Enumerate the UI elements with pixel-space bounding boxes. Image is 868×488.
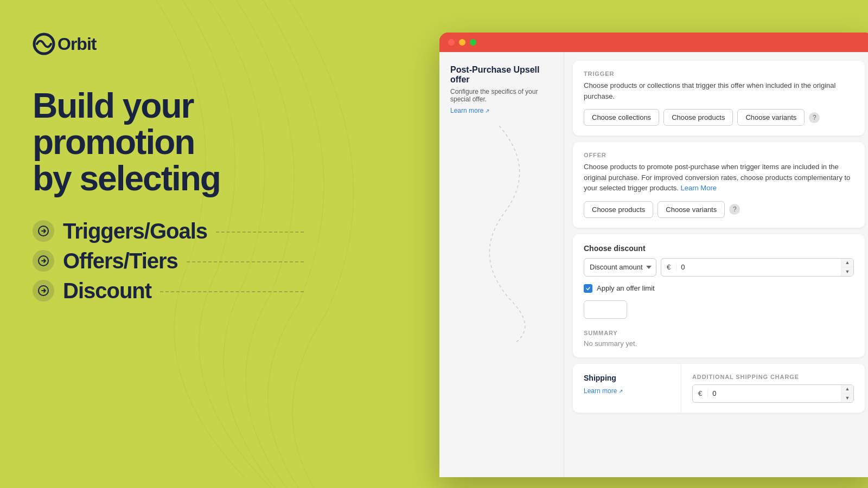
close-button[interactable]: [448, 39, 455, 46]
browser-window: Post-Purchase Upsell offer Configure the…: [439, 33, 868, 477]
offer-choose-variants-button[interactable]: Choose variants: [658, 201, 725, 218]
discount-amount-input[interactable]: [676, 259, 841, 275]
feature-dots-offers: [187, 261, 304, 262]
shipping-decrement-button[interactable]: ▼: [841, 394, 853, 402]
browser-content: Post-Purchase Upsell offer Configure the…: [439, 52, 868, 477]
arrow-icon-discount: [33, 280, 54, 301]
offer-description: Choose products to promote post-purchase…: [584, 162, 854, 194]
trigger-button-row: Choose collections Choose products Choos…: [584, 109, 854, 126]
discount-type-select[interactable]: Discount amount: [584, 258, 656, 277]
shipping-amount-wrap: € ▲ ▼: [692, 384, 854, 403]
choose-variants-button[interactable]: Choose variants: [737, 109, 805, 126]
currency-symbol: €: [661, 263, 676, 271]
choose-collections-button[interactable]: Choose collections: [584, 109, 659, 126]
discount-spinner: ▲ ▼: [841, 259, 853, 276]
offer-limit-input-wrap: ▲ ▼: [584, 300, 627, 319]
feature-label-discount: Discount: [63, 279, 151, 303]
offer-limit-label: Apply an offer limit: [597, 284, 655, 292]
list-item: Triggers/Goals: [33, 219, 304, 243]
offer-help-icon[interactable]: ?: [729, 204, 740, 215]
headline: Build your promotion by selecting: [33, 88, 304, 197]
feature-list: Triggers/Goals Offers/Tiers Discount: [33, 219, 304, 303]
sidebar-learn-more-link[interactable]: Learn more: [450, 107, 489, 114]
sidebar-title: Post-Purchase Upsell offer: [450, 65, 553, 85]
logo: Orbit: [33, 33, 304, 55]
shipping-spinner: ▲ ▼: [841, 385, 853, 402]
choose-products-button[interactable]: Choose products: [663, 109, 733, 126]
shipping-right: Additional shipping charge € ▲ ▼: [681, 364, 865, 413]
discount-decrement-button[interactable]: ▼: [841, 267, 853, 276]
browser-main: TRIGGER Choose products or collections t…: [564, 52, 868, 477]
trigger-description: Choose products or collections that trig…: [584, 80, 854, 101]
offer-section-label: OFFER: [584, 152, 854, 158]
feature-label-offers: Offers/Tiers: [63, 249, 178, 273]
offer-learn-more-link[interactable]: Learn More: [681, 184, 717, 192]
feature-label-triggers: Triggers/Goals: [63, 219, 207, 243]
arrow-icon-triggers: [33, 220, 54, 242]
shipping-increment-button[interactable]: ▲: [841, 385, 853, 394]
trigger-section-label: TRIGGER: [584, 70, 854, 77]
offer-limit-checkbox[interactable]: [584, 284, 592, 293]
trigger-help-icon[interactable]: ?: [809, 112, 820, 123]
shipping-amount-input[interactable]: [708, 386, 841, 401]
list-item: Offers/Tiers: [33, 249, 304, 273]
shipping-card: Shipping Learn more Additional shipping …: [573, 364, 865, 413]
offer-choose-products-button[interactable]: Choose products: [584, 201, 653, 218]
shipping-charge-label: Additional shipping charge: [692, 374, 854, 380]
discount-amount-wrap: € ▲ ▼: [661, 258, 854, 277]
discount-increment-button[interactable]: ▲: [841, 259, 853, 267]
offer-limit-checkbox-row: Apply an offer limit: [584, 284, 854, 293]
logo-text: Orbit: [58, 34, 96, 54]
arrow-icon-offers: [33, 250, 54, 272]
feature-dots-discount: [160, 291, 304, 292]
summary-label: SUMMARY: [584, 330, 854, 336]
browser-sidebar: Post-Purchase Upsell offer Configure the…: [439, 52, 564, 477]
logo-icon: [33, 33, 55, 55]
minimize-button[interactable]: [459, 39, 465, 46]
offer-card: OFFER Choose products to promote post-pu…: [573, 142, 865, 228]
left-panel: Orbit Build your promotion by selecting …: [0, 0, 336, 488]
offer-button-row: Choose products Choose variants ?: [584, 201, 854, 218]
discount-label: Choose discount: [584, 244, 854, 253]
sidebar-curves: [450, 126, 553, 345]
shipping-left: Shipping Learn more: [573, 364, 681, 413]
shipping-title: Shipping: [584, 374, 670, 382]
feature-dots-triggers: [216, 232, 304, 233]
summary-section: SUMMARY No summary yet.: [584, 330, 854, 348]
offer-limit-input[interactable]: [584, 302, 627, 317]
shipping-learn-more-link[interactable]: Learn more: [584, 387, 623, 395]
summary-text: No summary yet.: [584, 339, 854, 348]
trigger-card: TRIGGER Choose products or collections t…: [573, 61, 865, 136]
sidebar-subtitle: Configure the specifics of your special …: [450, 88, 553, 103]
shipping-currency-symbol: €: [693, 389, 708, 397]
maximize-button[interactable]: [470, 39, 476, 46]
discount-input-row: Discount amount € ▲ ▼: [584, 258, 854, 277]
browser-titlebar: [439, 33, 868, 52]
discount-card: Choose discount Discount amount € ▲ ▼: [573, 234, 865, 357]
list-item: Discount: [33, 279, 304, 303]
